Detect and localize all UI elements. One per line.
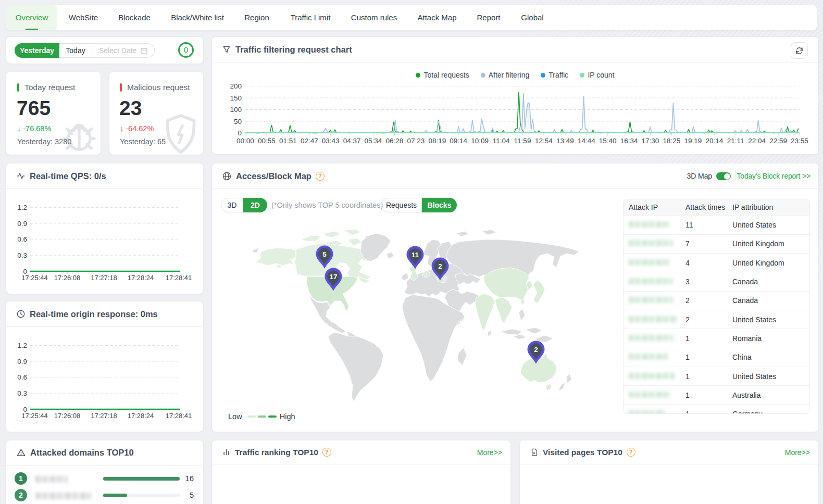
- svg-text:12:54: 12:54: [535, 137, 553, 145]
- svg-text:04:37: 04:37: [343, 137, 361, 145]
- svg-text:19:19: 19:19: [684, 137, 702, 145]
- svg-text:0.9: 0.9: [17, 358, 27, 366]
- svg-text:2: 2: [534, 346, 538, 354]
- svg-text:03:43: 03:43: [322, 137, 340, 145]
- svg-text:17:30: 17:30: [642, 137, 659, 145]
- svg-text:0.6: 0.6: [17, 373, 27, 381]
- svg-text:17:25:44: 17:25:44: [21, 274, 48, 282]
- svg-text:00:55: 00:55: [258, 137, 276, 145]
- svg-text:5: 5: [322, 250, 327, 258]
- svg-text:17:28:41: 17:28:41: [166, 274, 192, 282]
- svg-text:17: 17: [329, 273, 337, 281]
- svg-text:22:59: 22:59: [769, 137, 787, 145]
- svg-text:10:09: 10:09: [471, 137, 489, 145]
- svg-text:16:34: 16:34: [620, 137, 638, 145]
- svg-text:50: 50: [234, 118, 242, 125]
- svg-text:01:51: 01:51: [279, 137, 297, 145]
- svg-text:18:25: 18:25: [663, 137, 681, 145]
- svg-text:1.2: 1.2: [17, 204, 27, 211]
- svg-text:17:28:24: 17:28:24: [128, 274, 154, 282]
- svg-text:100: 100: [230, 106, 242, 114]
- svg-text:06:28: 06:28: [386, 137, 404, 145]
- svg-text:05:34: 05:34: [365, 137, 382, 145]
- svg-text:2: 2: [438, 262, 442, 270]
- svg-text:17:28:24: 17:28:24: [128, 412, 154, 420]
- svg-text:0.3: 0.3: [17, 251, 27, 259]
- svg-text:17:28:41: 17:28:41: [166, 412, 192, 420]
- svg-text:0.9: 0.9: [17, 220, 27, 228]
- svg-text:0.3: 0.3: [17, 389, 27, 397]
- svg-text:0: 0: [238, 129, 242, 137]
- svg-text:07:23: 07:23: [407, 137, 425, 145]
- svg-text:0.6: 0.6: [17, 235, 27, 243]
- svg-text:150: 150: [230, 94, 242, 102]
- svg-text:20:14: 20:14: [705, 137, 723, 145]
- svg-text:17:26:08: 17:26:08: [54, 274, 81, 282]
- svg-text:23:55: 23:55: [791, 137, 808, 145]
- svg-text:17:27:18: 17:27:18: [91, 274, 117, 282]
- svg-text:11:04: 11:04: [493, 137, 510, 145]
- svg-text:1.2: 1.2: [17, 342, 27, 349]
- svg-text:22:04: 22:04: [748, 137, 766, 145]
- svg-text:17:26:08: 17:26:08: [54, 412, 81, 420]
- svg-text:17:27:18: 17:27:18: [91, 412, 117, 420]
- svg-text:15:40: 15:40: [599, 137, 617, 145]
- svg-text:11: 11: [412, 251, 419, 259]
- svg-text:11:59: 11:59: [514, 137, 531, 145]
- svg-text:17:25:44: 17:25:44: [21, 412, 48, 420]
- svg-text:200: 200: [230, 82, 242, 90]
- svg-text:02:47: 02:47: [301, 137, 318, 145]
- svg-text:14:44: 14:44: [578, 137, 595, 145]
- svg-text:09:14: 09:14: [450, 137, 467, 145]
- svg-text:13:49: 13:49: [556, 137, 574, 145]
- svg-text:21:11: 21:11: [727, 137, 744, 145]
- svg-text:08:19: 08:19: [428, 137, 446, 145]
- svg-text:00:00: 00:00: [236, 137, 254, 145]
